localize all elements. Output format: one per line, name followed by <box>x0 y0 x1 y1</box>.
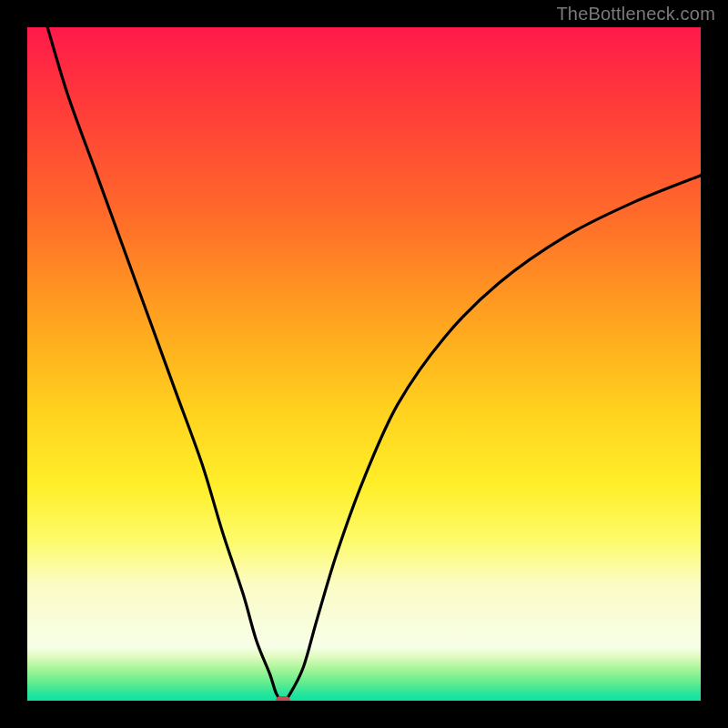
chart-frame: TheBottleneck.com <box>0 0 728 728</box>
optimal-marker <box>276 696 290 701</box>
bottleneck-curve-path <box>47 27 701 701</box>
plot-area <box>27 27 701 701</box>
curve-svg <box>27 27 701 701</box>
watermark-text: TheBottleneck.com <box>556 4 715 25</box>
